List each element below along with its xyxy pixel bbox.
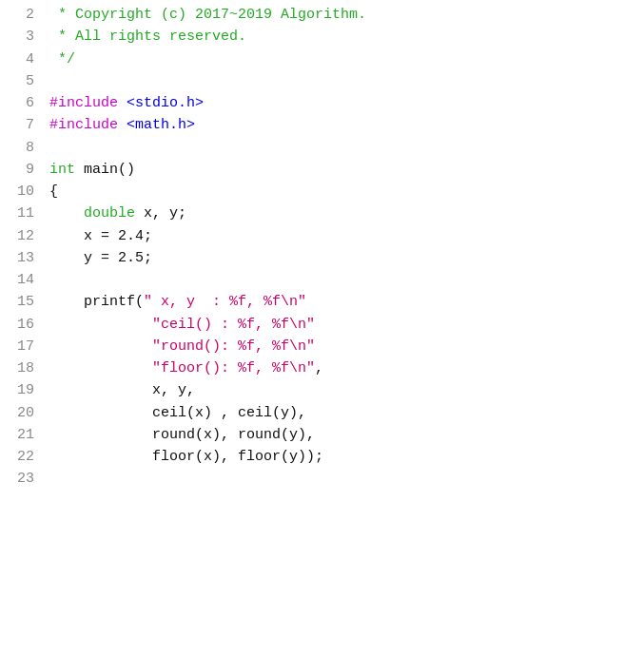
code-token: * xyxy=(49,7,75,23)
code-token xyxy=(118,95,127,111)
code-token: double xyxy=(84,205,135,222)
code-token: printf( xyxy=(49,294,144,310)
line-content: round(x), round(y), xyxy=(49,424,636,446)
line-number: 16 xyxy=(8,314,34,336)
code-line: 14 xyxy=(0,269,644,291)
line-number: 5 xyxy=(8,70,34,92)
line-content: { xyxy=(49,181,636,203)
code-token xyxy=(118,117,127,133)
code-line: 22 floor(x), floor(y)); xyxy=(0,446,644,468)
line-number: 2 xyxy=(8,4,34,26)
code-line: 9int main() xyxy=(0,159,644,181)
code-token xyxy=(49,205,84,222)
code-token: #include xyxy=(49,95,118,111)
line-content: * Copyright (c) 2017~2019 Algorithm. xyxy=(49,4,636,26)
code-line: 5 xyxy=(0,70,644,92)
line-content: ceil(x) , ceil(y), xyxy=(49,402,636,424)
code-line: 15 printf(" x, y : %f, %f\n" xyxy=(0,291,644,313)
line-number: 3 xyxy=(8,26,34,48)
code-line: 6#include <stdio.h> xyxy=(0,92,644,114)
code-token: x, y; xyxy=(135,205,186,222)
code-token: <stdio.h> xyxy=(127,95,204,111)
line-number: 11 xyxy=(8,203,34,224)
line-number: 12 xyxy=(8,225,34,247)
line-content: "round(): %f, %f\n" xyxy=(49,336,636,357)
code-line: 11 double x, y; xyxy=(0,203,644,224)
code-token: * All rights reserved. xyxy=(49,29,246,45)
code-token xyxy=(49,338,152,355)
code-line: 12 x = 2.4; xyxy=(0,225,644,247)
line-content: double x, y; xyxy=(49,203,636,224)
line-content: printf(" x, y : %f, %f\n" xyxy=(49,291,636,313)
code-token: round(x), round(y), xyxy=(49,427,315,443)
line-number: 7 xyxy=(8,114,34,136)
line-number: 23 xyxy=(8,468,34,490)
line-content xyxy=(49,269,636,291)
line-number: 9 xyxy=(8,159,34,181)
line-number: 6 xyxy=(8,92,34,114)
line-content: int main() xyxy=(49,159,636,181)
code-editor: 2 * Copyright (c) 2017~2019 Algorithm.3 … xyxy=(0,0,644,656)
code-token: main() xyxy=(75,162,135,178)
code-token: <math.h> xyxy=(127,117,195,133)
code-token: y = 2.5; xyxy=(49,250,152,266)
code-token: floor(x), floor(y)); xyxy=(49,449,323,465)
line-number: 22 xyxy=(8,446,34,468)
code-line: 4 */ xyxy=(0,48,644,70)
line-number: 18 xyxy=(8,357,34,379)
code-token xyxy=(49,317,152,333)
line-content: floor(x), floor(y)); xyxy=(49,446,636,468)
code-token: (c) 2017~2019 Algorithm. xyxy=(152,7,366,23)
line-content: */ xyxy=(49,48,636,70)
code-token: Copyright xyxy=(75,7,152,23)
line-content xyxy=(49,70,636,92)
code-line: 18 "floor(): %f, %f\n", xyxy=(0,357,644,379)
code-token: #include xyxy=(49,117,118,133)
code-line: 7#include <math.h> xyxy=(0,114,644,136)
line-content: y = 2.5; xyxy=(49,247,636,269)
line-content: x = 2.4; xyxy=(49,225,636,247)
code-line: 23 xyxy=(0,468,644,490)
line-number: 15 xyxy=(8,291,34,313)
code-token: "floor(): %f, %f\n" xyxy=(152,360,315,376)
code-token: ceil(x) , ceil(y), xyxy=(49,405,306,421)
code-token: x = 2.4; xyxy=(49,228,152,244)
line-content: * All rights reserved. xyxy=(49,26,636,48)
line-number: 4 xyxy=(8,48,34,70)
code-token: , xyxy=(315,360,323,376)
line-number: 21 xyxy=(8,424,34,446)
line-number: 8 xyxy=(8,137,34,159)
code-token: { xyxy=(49,183,58,200)
line-content: x, y, xyxy=(49,379,636,401)
line-content xyxy=(49,468,636,490)
code-line: 19 x, y, xyxy=(0,379,644,401)
line-number: 10 xyxy=(8,181,34,203)
line-number: 14 xyxy=(8,269,34,291)
code-token xyxy=(49,360,152,376)
code-token: "ceil() : %f, %f\n" xyxy=(152,317,315,333)
line-content: #include <stdio.h> xyxy=(49,92,636,114)
line-content: "floor(): %f, %f\n", xyxy=(49,357,636,379)
code-line: 17 "round(): %f, %f\n" xyxy=(0,336,644,357)
code-line: 8 xyxy=(0,137,644,159)
line-content xyxy=(49,137,636,159)
code-line: 13 y = 2.5; xyxy=(0,247,644,269)
code-line: 16 "ceil() : %f, %f\n" xyxy=(0,314,644,336)
code-line: 20 ceil(x) , ceil(y), xyxy=(0,402,644,424)
line-content: "ceil() : %f, %f\n" xyxy=(49,314,636,336)
code-token: */ xyxy=(49,51,75,68)
code-line: 10{ xyxy=(0,181,644,203)
line-content: #include <math.h> xyxy=(49,114,636,136)
line-number: 20 xyxy=(8,402,34,424)
code-token: int xyxy=(49,162,75,178)
line-number: 17 xyxy=(8,336,34,357)
line-number: 19 xyxy=(8,379,34,401)
code-line: 2 * Copyright (c) 2017~2019 Algorithm. xyxy=(0,4,644,26)
code-token: " x, y : %f, %f\n" xyxy=(144,294,306,310)
code-line: 3 * All rights reserved. xyxy=(0,26,644,48)
code-token: x, y, xyxy=(49,382,195,398)
code-token: "round(): %f, %f\n" xyxy=(152,338,315,355)
code-line: 21 round(x), round(y), xyxy=(0,424,644,446)
line-number: 13 xyxy=(8,247,34,269)
